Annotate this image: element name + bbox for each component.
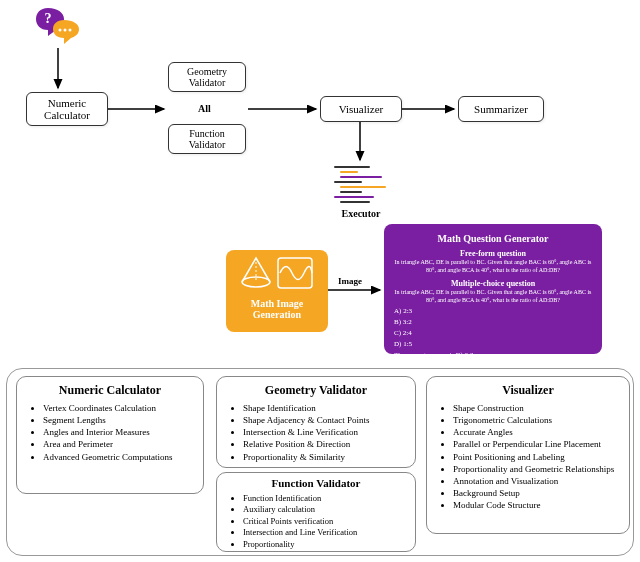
list-item: Critical Points verification	[243, 516, 405, 527]
function-validator-label: Function Validator	[179, 128, 235, 150]
mqg-freeform-body: In triangle ABC, DE is parallel to BC. G…	[394, 259, 592, 275]
visualizer-label: Visualizer	[339, 103, 384, 115]
list-item: Area and Perimeter	[43, 438, 193, 450]
visualizer-card-title: Visualizer	[437, 383, 619, 398]
geometry-validator-card-title: Geometry Validator	[227, 383, 405, 398]
svg-point-1	[59, 29, 62, 32]
image-arrow-label: Image	[338, 276, 362, 286]
list-item: Parallel or Perpendicular Line Placement	[453, 438, 619, 450]
mqg-answer: The correct answer is B) 3:2	[394, 351, 592, 360]
list-item: Function Identification	[243, 493, 405, 504]
list-item: Modular Code Structure	[453, 499, 619, 511]
list-item: Relative Position & Direction	[243, 438, 405, 450]
list-item: Advanced Geometric Computations	[43, 451, 193, 463]
list-item: Segment Lengths	[43, 414, 193, 426]
list-item: Proportionality & Similarity	[243, 451, 405, 463]
mqg-opt-a: A) 2:3	[394, 307, 592, 316]
summarizer-node: Summarizer	[458, 96, 544, 122]
mqg-freeform-title: Free-form question	[394, 249, 592, 259]
numeric-calculator-node: Numeric Calculator	[26, 92, 108, 126]
executor-label: Executor	[336, 208, 386, 219]
mqg-opt-d: D) 1:5	[394, 340, 592, 349]
list-item: Auxiliary calculation	[243, 504, 405, 515]
function-validator-card-title: Function Validator	[227, 477, 405, 489]
mqg-title: Math Question Generator	[394, 232, 592, 245]
list-item: Point Positioning and Labeling	[453, 451, 619, 463]
list-item: Accurate Angles	[453, 426, 619, 438]
geometry-validator-label: Geometry Validator	[179, 66, 235, 88]
svg-point-2	[64, 29, 67, 32]
list-item: Proportionality and Geometric Relationsh…	[453, 463, 619, 475]
mqg-mc-title: Multiple-choice question	[394, 279, 592, 289]
geometry-validator-node: Geometry Validator	[168, 62, 246, 92]
math-image-generation-title: Math Image Generation	[232, 298, 322, 320]
list-item: Intersection & Line Verification	[243, 426, 405, 438]
geometry-validator-card: Geometry Validator Shape Identification …	[216, 376, 416, 468]
mqg-opt-b: B) 3:2	[394, 318, 592, 327]
summarizer-label: Summarizer	[474, 103, 528, 115]
function-validator-node: Function Validator	[168, 124, 246, 154]
visualizer-node: Visualizer	[320, 96, 402, 122]
all-label: All	[198, 103, 211, 114]
list-item: Background Setup	[453, 487, 619, 499]
chat-icon: ?	[34, 6, 82, 52]
list-item: Vertex Coordinates Calculation	[43, 402, 193, 414]
math-question-generator-box: Math Question Generator Free-form questi…	[384, 224, 602, 354]
math-image-generation-box: Math Image Generation	[226, 250, 328, 332]
numeric-calculator-card-title: Numeric Calculator	[27, 383, 193, 398]
svg-text:?: ?	[45, 11, 52, 26]
list-item: Shape Adjacency & Contact Points	[243, 414, 405, 426]
visualizer-card: Visualizer Shape Construction Trigonomet…	[426, 376, 630, 534]
mqg-opt-c: C) 2:4	[394, 329, 592, 338]
list-item: Proportionality	[243, 539, 405, 550]
svg-point-3	[69, 29, 72, 32]
list-item: Angles and Interior Measures	[43, 426, 193, 438]
math-image-icon	[238, 256, 316, 294]
mqg-mc-body: In triangle ABC, DE is parallel to BC. G…	[394, 289, 592, 305]
list-item: Shape Construction	[453, 402, 619, 414]
numeric-calculator-card: Numeric Calculator Vertex Coordinates Ca…	[16, 376, 204, 494]
list-item: Annotation and Visualization	[453, 475, 619, 487]
numeric-calculator-label: Numeric Calculator	[37, 97, 97, 121]
list-item: Shape Identification	[243, 402, 405, 414]
svg-rect-12	[278, 258, 312, 288]
function-validator-card: Function Validator Function Identificati…	[216, 472, 416, 552]
list-item: Intersection and Line Verification	[243, 527, 405, 538]
list-item: Trigonometric Calculations	[453, 414, 619, 426]
